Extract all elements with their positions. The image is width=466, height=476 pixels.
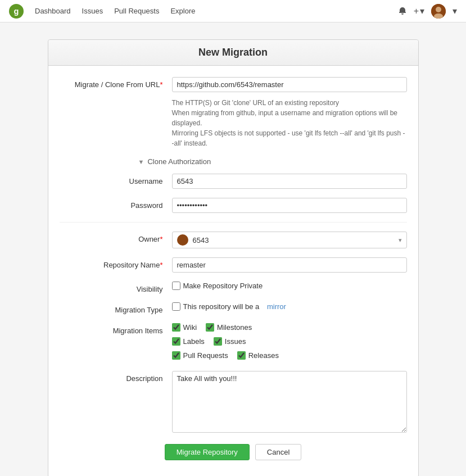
page: New Migration Migrate / Clone From URL* …: [0, 22, 466, 476]
issues-checkbox[interactable]: [214, 337, 222, 346]
visibility-label: Visibility: [60, 282, 172, 293]
migration-type-item[interactable]: This repository will be a mirror: [172, 302, 286, 311]
logo[interactable]: g: [9, 4, 24, 19]
issues-label: Issues: [225, 337, 246, 346]
migration-type-label: Migration Type: [60, 302, 172, 314]
url-input[interactable]: [172, 77, 407, 92]
navbar-right: + ▾ ▾: [398, 4, 457, 19]
migration-items-row-2: Labels Issues: [172, 337, 279, 346]
issues-item[interactable]: Issues: [214, 337, 246, 346]
clone-auth-arrow-icon: ▼: [138, 158, 144, 165]
navbar: g Dashboard Issues Pull Requests Explore…: [0, 0, 466, 22]
url-required-star: *: [160, 80, 162, 89]
pull-requests-checkbox[interactable]: [172, 351, 180, 360]
repo-name-input[interactable]: [172, 257, 407, 273]
svg-point-3: [436, 7, 441, 12]
nav-pull-requests[interactable]: Pull Requests: [114, 7, 159, 15]
clone-auth-label: Clone Authorization: [147, 157, 211, 166]
migration-items-row-3: Pull Requests Releases: [172, 351, 279, 360]
user-avatar[interactable]: [431, 4, 446, 19]
migrate-repository-button[interactable]: Migrate Repository: [165, 444, 250, 460]
owner-group: Owner* 6543 ▾: [60, 232, 407, 248]
description-group: Description Take All with you!!!: [60, 371, 407, 433]
url-help-text: The HTTP(S) or Git 'clone' URL of an exi…: [172, 98, 407, 148]
migration-items-row-1: Wiki Milestones: [172, 323, 279, 332]
description-textarea[interactable]: Take All with you!!!: [172, 371, 407, 433]
visibility-group: Visibility Make Repository Private: [60, 282, 407, 293]
username-input[interactable]: [172, 174, 407, 189]
migration-type-text: This repository will be a: [183, 302, 260, 311]
cancel-button[interactable]: Cancel: [255, 444, 301, 460]
labels-item[interactable]: Labels: [172, 337, 205, 346]
url-group: Migrate / Clone From URL* The HTTP(S) or…: [60, 77, 407, 148]
wiki-label: Wiki: [183, 323, 197, 332]
username-group: Username: [60, 174, 407, 189]
nav-issues[interactable]: Issues: [82, 7, 103, 15]
pull-requests-label: Pull Requests: [183, 351, 228, 360]
password-input[interactable]: [172, 198, 407, 213]
milestones-item[interactable]: Milestones: [206, 323, 252, 332]
card-title: New Migration: [48, 40, 418, 66]
labels-label: Labels: [183, 337, 205, 346]
owner-label: Owner*: [60, 232, 172, 243]
password-label: Password: [60, 198, 172, 210]
nav-explore[interactable]: Explore: [170, 7, 195, 15]
pull-requests-item[interactable]: Pull Requests: [172, 351, 228, 360]
notification-bell-button[interactable]: [398, 7, 407, 16]
button-row: Migrate Repository Cancel: [60, 444, 407, 460]
repo-name-label: Repository Name*: [60, 257, 172, 269]
owner-avatar: [177, 234, 188, 246]
create-plus-button[interactable]: + ▾: [414, 6, 424, 16]
milestones-label: Milestones: [217, 323, 252, 332]
owner-chevron-icon: ▾: [399, 237, 402, 244]
owner-required-star: *: [160, 235, 162, 243]
repo-name-required-star: *: [160, 261, 162, 269]
svg-text:g: g: [14, 6, 19, 15]
nav-dashboard[interactable]: Dashboard: [35, 7, 71, 15]
section-divider: [60, 222, 407, 223]
visibility-checkbox-item[interactable]: Make Repository Private: [172, 282, 263, 290]
releases-label: Releases: [248, 351, 279, 360]
migration-card: New Migration Migrate / Clone From URL* …: [48, 39, 419, 476]
migration-items-label: Migration Items: [60, 323, 172, 335]
url-label: Migrate / Clone From URL*: [60, 77, 172, 89]
description-label: Description: [60, 371, 172, 383]
owner-select[interactable]: 6543 ▾: [172, 232, 407, 248]
releases-checkbox[interactable]: [237, 351, 246, 360]
clone-auth-toggle[interactable]: ▼ Clone Authorization: [138, 157, 407, 166]
migration-items-group: Migration Items Wiki Milestones: [60, 323, 407, 362]
migration-type-group: Migration Type This repository will be a…: [60, 302, 407, 314]
migration-items-col: Wiki Milestones Labels: [172, 323, 279, 362]
labels-checkbox[interactable]: [172, 337, 180, 346]
mirror-checkbox[interactable]: [172, 302, 180, 311]
mirror-link[interactable]: mirror: [267, 302, 286, 311]
wiki-item[interactable]: Wiki: [172, 323, 197, 332]
card-body: Migrate / Clone From URL* The HTTP(S) or…: [48, 66, 418, 460]
visibility-checkbox[interactable]: [172, 282, 180, 290]
visibility-checkbox-label: Make Repository Private: [183, 282, 263, 290]
milestones-checkbox[interactable]: [206, 323, 214, 332]
releases-item[interactable]: Releases: [237, 351, 279, 360]
username-label: Username: [60, 174, 172, 185]
repo-name-group: Repository Name*: [60, 257, 407, 273]
user-dropdown-button[interactable]: ▾: [453, 6, 457, 16]
owner-name: 6543: [193, 236, 399, 244]
password-group: Password: [60, 198, 407, 213]
wiki-checkbox[interactable]: [172, 323, 180, 332]
